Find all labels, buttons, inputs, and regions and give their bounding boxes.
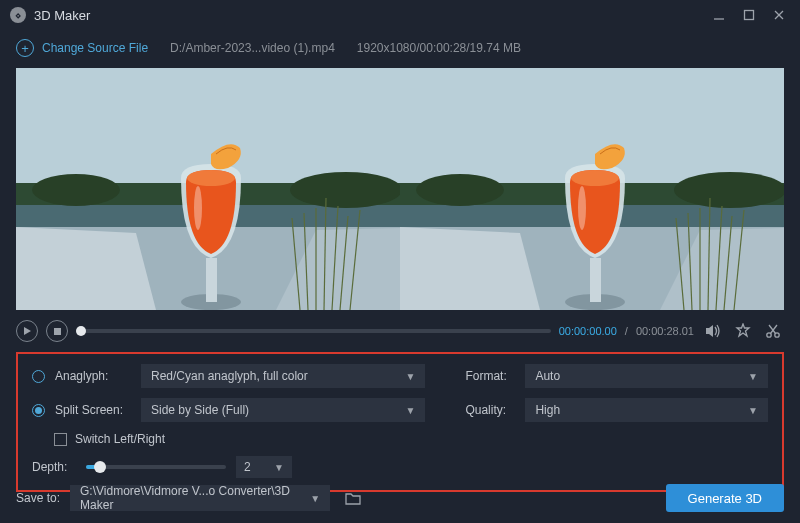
play-button[interactable] (16, 320, 38, 342)
chevron-down-icon: ▼ (310, 493, 320, 504)
plus-icon: + (16, 39, 34, 57)
anaglyph-label: Anaglyph: (55, 369, 131, 383)
chevron-down-icon: ▼ (748, 371, 758, 382)
svg-marker-42 (24, 327, 31, 335)
split-screen-label: Split Screen: (55, 403, 131, 417)
svg-rect-39 (590, 258, 601, 302)
depth-value: 2 (244, 460, 251, 474)
anaglyph-radio[interactable] (32, 370, 45, 383)
svg-point-9 (290, 172, 400, 208)
split-screen-value: Side by Side (Full) (151, 403, 249, 417)
close-button[interactable] (764, 0, 794, 30)
duration-time: 00:00:28.01 (636, 325, 694, 337)
svg-point-21 (187, 170, 235, 186)
quality-label: Quality: (465, 403, 515, 417)
minimize-button[interactable] (704, 0, 734, 30)
source-meta: 1920x1080/00:00:28/19.74 MB (357, 41, 521, 55)
stop-button[interactable] (46, 320, 68, 342)
change-source-label: Change Source File (42, 41, 148, 55)
switch-lr-checkbox[interactable] (54, 433, 67, 446)
svg-marker-44 (706, 325, 713, 337)
app-icon: ⋄ (10, 7, 26, 23)
split-screen-dropdown[interactable]: Side by Side (Full) ▼ (141, 398, 425, 422)
svg-point-22 (194, 186, 202, 230)
preview-left-pane (16, 68, 400, 310)
progress-track[interactable] (76, 329, 551, 333)
svg-marker-10 (16, 227, 156, 310)
video-preview (16, 68, 784, 310)
anaglyph-dropdown[interactable]: Red/Cyan anaglyph, full color ▼ (141, 364, 425, 388)
titlebar: ⋄ 3D Maker (0, 0, 800, 30)
chevron-down-icon: ▼ (748, 405, 758, 416)
open-folder-button[interactable] (340, 485, 366, 511)
chevron-down-icon: ▼ (405, 371, 415, 382)
svg-rect-20 (206, 258, 217, 302)
svg-point-28 (674, 172, 784, 208)
footer: Save to: G:\Vidmore\Vidmore V...o Conver… (16, 483, 784, 513)
chevron-down-icon: ▼ (274, 462, 284, 473)
format-dropdown[interactable]: Auto ▼ (525, 364, 768, 388)
save-to-label: Save to: (16, 491, 60, 505)
preview-scene-left (16, 68, 400, 310)
save-path-dropdown[interactable]: G:\Vidmore\Vidmore V...o Converter\3D Ma… (70, 485, 330, 511)
svg-rect-1 (745, 11, 754, 20)
depth-value-dropdown[interactable]: 2 ▼ (236, 456, 292, 478)
generate-3d-button[interactable]: Generate 3D (666, 484, 784, 512)
playback-bar: 00:00:00.00/00:00:28.01 (16, 316, 784, 346)
anaglyph-value: Red/Cyan anaglyph, full color (151, 369, 308, 383)
app-title: 3D Maker (34, 8, 90, 23)
duration-separator: / (625, 325, 628, 337)
format-value: Auto (535, 369, 560, 383)
maximize-button[interactable] (734, 0, 764, 30)
format-label: Format: (465, 369, 515, 383)
source-row: + Change Source File D:/Amber-2023...vid… (0, 34, 800, 62)
settings-panel: Anaglyph: Red/Cyan anaglyph, full color … (16, 352, 784, 492)
svg-point-8 (32, 174, 120, 206)
chevron-down-icon: ▼ (405, 405, 415, 416)
preview-right-pane (400, 68, 784, 310)
svg-point-40 (571, 170, 619, 186)
switch-lr-label: Switch Left/Right (75, 432, 165, 446)
change-source-button[interactable]: + Change Source File (16, 39, 148, 57)
cut-button[interactable] (762, 320, 784, 342)
source-path: D:/Amber-2023...video (1).mp4 (170, 41, 335, 55)
depth-label: Depth: (32, 460, 76, 474)
depth-thumb[interactable] (94, 461, 106, 473)
volume-button[interactable] (702, 320, 724, 342)
current-time: 00:00:00.00 (559, 325, 617, 337)
quality-value: High (535, 403, 560, 417)
progress-thumb[interactable] (76, 326, 86, 336)
preview-scene-right (400, 68, 784, 310)
split-screen-radio[interactable] (32, 404, 45, 417)
svg-point-41 (578, 186, 586, 230)
svg-point-27 (416, 174, 504, 206)
save-path-value: G:\Vidmore\Vidmore V...o Converter\3D Ma… (80, 484, 310, 512)
depth-slider[interactable] (86, 465, 226, 469)
snapshot-button[interactable] (732, 320, 754, 342)
svg-rect-43 (54, 328, 61, 335)
quality-dropdown[interactable]: High ▼ (525, 398, 768, 422)
svg-marker-29 (400, 227, 540, 310)
